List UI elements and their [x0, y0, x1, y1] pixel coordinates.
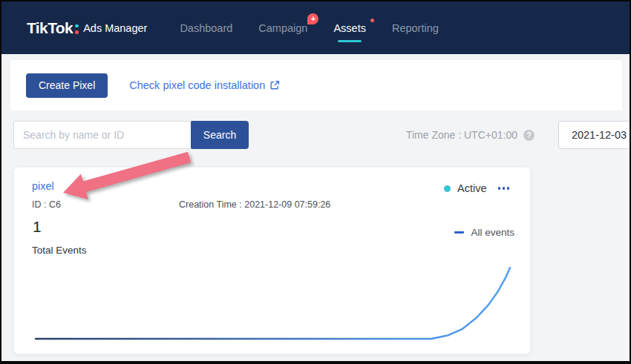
top-nav-bar: TikTok Ads Manager Dashboard Campaign + … [1, 1, 630, 54]
tiktok-colon-icon [75, 24, 79, 35]
external-link-icon [269, 80, 280, 90]
check-pixel-code-link[interactable]: Check pixel code installation [129, 79, 280, 91]
chart-legend-all-events[interactable]: All events [454, 227, 514, 238]
total-events-label: Total Events [32, 245, 87, 256]
search-button[interactable]: Search [191, 121, 249, 149]
assets-notification-dot-icon [370, 19, 374, 22]
pixel-toolbar: Create Pixel Check pixel code installati… [10, 60, 622, 110]
pixel-name-link[interactable]: pixel [32, 180, 54, 192]
nav-item-dashboard[interactable]: Dashboard [180, 22, 232, 34]
nav-item-reporting[interactable]: Reporting [392, 22, 439, 34]
active-tab-underline [338, 40, 362, 42]
pixel-creation-time: Creation Time : 2021-12-09 07:59:26 [179, 199, 330, 210]
create-pixel-button[interactable]: Create Pixel [26, 73, 108, 98]
main-nav: Dashboard Campaign + Assets Reporting [180, 22, 438, 34]
filter-row: Search Time Zone : UTC+01:00 ? 2021-12-0… [13, 121, 630, 149]
date-picker[interactable]: 2021-12-03 [558, 121, 631, 149]
app-window: TikTok Ads Manager Dashboard Campaign + … [0, 0, 631, 364]
total-events-value: 1 [33, 218, 42, 236]
timezone-info: Time Zone : UTC+01:00 ? [406, 121, 534, 149]
check-pixel-code-link-label: Check pixel code installation [129, 79, 265, 91]
events-line-chart [14, 260, 530, 354]
pixel-card: pixel ID : C6 Creation Time : 2021-12-09… [13, 167, 531, 354]
search-input[interactable] [13, 121, 192, 149]
logo-brand-text: TikTok [27, 19, 73, 37]
pixel-id: ID : C6 [32, 199, 61, 210]
more-menu-icon[interactable] [497, 184, 511, 193]
nav-item-assets[interactable]: Assets [333, 22, 366, 34]
timezone-label: Time Zone : UTC+01:00 [406, 129, 517, 141]
campaign-plus-badge-icon: + [307, 13, 318, 24]
nav-item-campaign-label: Campaign [258, 22, 307, 34]
status-active-dot-icon [444, 185, 451, 192]
search-group: Search [13, 121, 249, 149]
status-row: Active [444, 182, 511, 194]
status-badge: Active [457, 182, 487, 194]
nav-item-assets-label: Assets [333, 22, 366, 34]
tiktok-logo[interactable]: TikTok Ads Manager [27, 19, 147, 37]
legend-label: All events [471, 227, 514, 238]
logo-product-text: Ads Manager [83, 22, 147, 34]
date-picker-value: 2021-12-03 [572, 129, 627, 141]
nav-item-campaign[interactable]: Campaign + [258, 22, 307, 34]
legend-dash-icon [454, 231, 464, 234]
help-icon[interactable]: ? [523, 130, 534, 141]
